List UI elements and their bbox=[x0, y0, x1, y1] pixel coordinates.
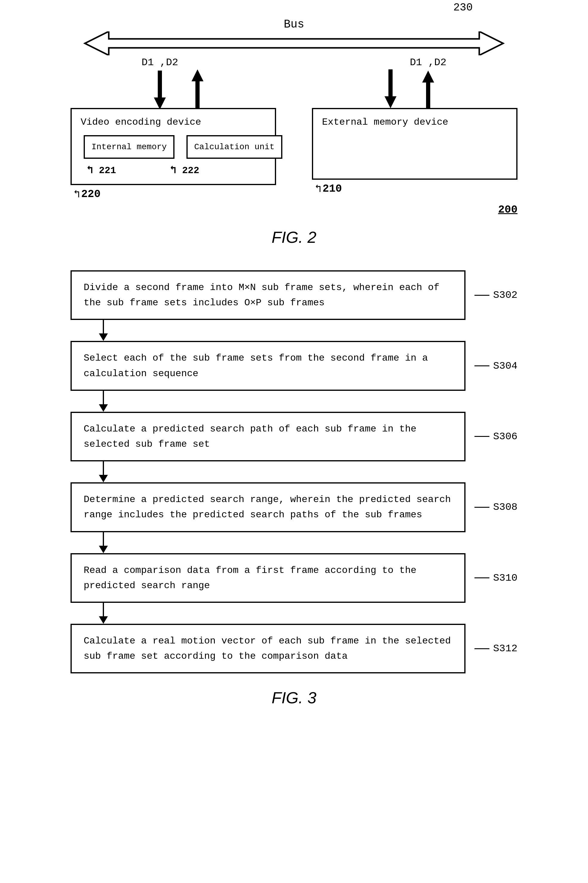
flow-box-S308: Determine a predicted search range, wher… bbox=[70, 482, 465, 532]
video-encoding-device-box: Video encoding device Internal memory Ca… bbox=[70, 108, 276, 185]
flow-connector bbox=[70, 320, 518, 341]
left-d-label-group: D1 ,D2 bbox=[142, 57, 178, 110]
left-up-arrow-group bbox=[190, 57, 205, 108]
svg-marker-9 bbox=[422, 71, 434, 83]
flow-step-row: Determine a predicted search range, wher… bbox=[70, 482, 518, 532]
svg-marker-0 bbox=[85, 32, 503, 55]
internal-memory-box: Internal memory bbox=[84, 135, 174, 159]
external-memory-device-box: External memory device bbox=[312, 108, 518, 180]
fig3-flowchart: Divide a second frame into M×N sub frame… bbox=[40, 270, 548, 707]
svg-marker-2 bbox=[154, 98, 166, 110]
right-d-label: D1 ,D2 bbox=[410, 57, 446, 68]
calculation-unit-box: Calculation unit bbox=[186, 135, 282, 159]
flow-ref-S308: S308 bbox=[474, 501, 518, 513]
flow-arrow-down-icon bbox=[98, 532, 110, 553]
step-id-S308: S308 bbox=[493, 501, 518, 513]
flow-step-row: Calculate a predicted search path of eac… bbox=[70, 412, 518, 461]
flow-ref-S304: S304 bbox=[474, 360, 518, 372]
right-down-arrow bbox=[383, 69, 398, 108]
svg-marker-16 bbox=[99, 475, 108, 482]
flow-box-S302: Divide a second frame into M×N sub frame… bbox=[70, 270, 465, 320]
fig2-caption: FIG. 2 bbox=[40, 228, 548, 247]
flow-box-S310: Read a comparison data from a first fram… bbox=[70, 553, 465, 603]
bus-label: Bus bbox=[70, 18, 518, 31]
svg-marker-3 bbox=[192, 69, 204, 81]
ref-221: ↰ 221 bbox=[87, 163, 116, 176]
fig2-diagram: 230 Bus D1 ,D2 bbox=[40, 18, 548, 247]
left-up-arrow bbox=[190, 69, 205, 108]
internal-memory-label: Internal memory bbox=[92, 142, 167, 152]
ref-200: 200 bbox=[498, 204, 518, 216]
svg-marker-20 bbox=[99, 616, 108, 624]
flow-step-row: Divide a second frame into M×N sub frame… bbox=[70, 270, 518, 320]
ref-220: 220 bbox=[81, 188, 101, 200]
flow-connector bbox=[70, 532, 518, 553]
calculation-unit-label: Calculation unit bbox=[194, 142, 274, 152]
left-down-arrow bbox=[152, 71, 167, 110]
ref-230: 230 bbox=[453, 2, 472, 14]
step-id-S302: S302 bbox=[493, 289, 518, 301]
svg-marker-14 bbox=[99, 404, 108, 412]
right-up-arrow bbox=[421, 71, 436, 110]
ref-222: ↰ 222 bbox=[170, 163, 200, 176]
flow-ref-S312: S312 bbox=[474, 643, 518, 654]
ref-210: 210 bbox=[322, 183, 342, 195]
step-id-S306: S306 bbox=[493, 431, 518, 442]
flow-connector bbox=[70, 461, 518, 482]
step-id-S312: S312 bbox=[493, 643, 518, 654]
flow-box-S304: Select each of the sub frame sets from t… bbox=[70, 341, 465, 391]
flow-step-row: Read a comparison data from a first fram… bbox=[70, 553, 518, 603]
bus-arrow bbox=[70, 32, 518, 55]
flow-ref-S306: S306 bbox=[474, 431, 518, 442]
video-encoding-label: Video encoding device bbox=[81, 117, 266, 128]
right-d-label-group: D1 ,D2 bbox=[410, 57, 446, 110]
flow-arrow-down-icon bbox=[98, 461, 110, 482]
right-down-arrow-group bbox=[383, 57, 398, 108]
flow-ref-S302: S302 bbox=[474, 289, 518, 301]
flow-connector bbox=[70, 391, 518, 412]
fig3-caption: FIG. 3 bbox=[40, 688, 548, 707]
step-id-S310: S310 bbox=[493, 572, 518, 584]
flow-box-S312: Calculate a real motion vector of each s… bbox=[70, 624, 465, 673]
svg-marker-12 bbox=[99, 333, 108, 341]
left-device-column: D1 ,D2 Video encoding device bbox=[70, 57, 276, 201]
svg-marker-18 bbox=[99, 546, 108, 553]
left-d-label: D1 ,D2 bbox=[142, 57, 178, 68]
flow-connector bbox=[70, 603, 518, 624]
step-id-S304: S304 bbox=[493, 360, 518, 372]
flow-ref-S310: S310 bbox=[474, 572, 518, 584]
right-device-column: D1 ,D2 External memory device ↰ 210 bbox=[312, 57, 518, 195]
flow-box-S306: Calculate a predicted search path of eac… bbox=[70, 412, 465, 461]
flow-arrow-down-icon bbox=[98, 603, 110, 624]
svg-marker-8 bbox=[384, 96, 396, 108]
external-memory-label: External memory device bbox=[322, 117, 507, 128]
flow-step-row: Select each of the sub frame sets from t… bbox=[70, 341, 518, 391]
bus-section: 230 Bus bbox=[40, 18, 548, 57]
flow-arrow-down-icon bbox=[98, 320, 110, 341]
flow-step-row: Calculate a real motion vector of each s… bbox=[70, 624, 518, 673]
flow-arrow-down-icon bbox=[98, 391, 110, 412]
